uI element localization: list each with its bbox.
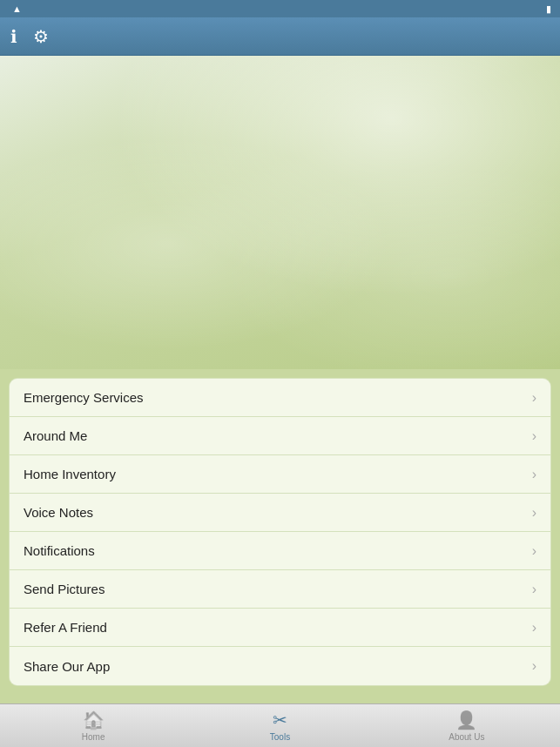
- menu-item-notifications[interactable]: Notifications›: [10, 532, 550, 570]
- menu-item-home-inventory[interactable]: Home Inventory›: [10, 455, 550, 494]
- menu-chevron-notifications: ›: [532, 543, 536, 559]
- tab-label-tools: Tools: [270, 732, 290, 742]
- menu-item-label-refer-a-friend: Refer A Friend: [24, 620, 107, 635]
- menu-item-label-home-inventory: Home Inventory: [24, 467, 116, 481]
- status-bar: ▲ ▮: [0, 0, 560, 17]
- menu-item-label-emergency-services: Emergency Services: [24, 390, 144, 405]
- tab-icon-home: 🏠: [83, 710, 105, 730]
- menu-item-label-notifications: Notifications: [24, 543, 95, 558]
- menu-item-emergency-services[interactable]: Emergency Services›: [10, 379, 550, 417]
- menu-chevron-send-pictures: ›: [532, 582, 536, 597]
- tab-bar: 🏠Home✂Tools👤About Us: [0, 703, 560, 747]
- menu-chevron-voice-notes: ›: [532, 505, 536, 521]
- tab-home[interactable]: 🏠Home: [0, 710, 186, 742]
- menu-list: Emergency Services›Around Me›Home Invent…: [9, 378, 551, 686]
- tab-icon-tools: ✂: [273, 710, 287, 730]
- menu-chevron-refer-a-friend: ›: [532, 620, 536, 636]
- status-right: ▮: [543, 3, 551, 15]
- nav-bar: ℹ ⚙: [0, 17, 560, 56]
- menu-item-label-share-our-app: Share Our App: [24, 659, 110, 674]
- gear-icon[interactable]: ⚙: [33, 26, 49, 47]
- menu-item-label-voice-notes: Voice Notes: [24, 505, 93, 520]
- menu-chevron-emergency-services: ›: [532, 390, 536, 406]
- menu-chevron-home-inventory: ›: [532, 467, 536, 482]
- tab-label-home: Home: [82, 732, 105, 742]
- menu-item-share-our-app[interactable]: Share Our App›: [10, 647, 550, 685]
- menu-chevron-around-me: ›: [532, 428, 536, 444]
- battery-icon: ▮: [546, 3, 551, 15]
- tab-about-us[interactable]: 👤About Us: [374, 710, 560, 742]
- menu-item-label-send-pictures: Send Pictures: [24, 582, 105, 596]
- tab-icon-about-us: 👤: [455, 710, 477, 730]
- menu-item-refer-a-friend[interactable]: Refer A Friend›: [10, 609, 550, 647]
- info-icon[interactable]: ℹ: [10, 26, 17, 47]
- content-area: Emergency Services›Around Me›Home Invent…: [0, 56, 560, 747]
- menu-container: Emergency Services›Around Me›Home Invent…: [0, 369, 560, 747]
- wifi-icon: ▲: [12, 3, 22, 14]
- menu-item-voice-notes[interactable]: Voice Notes›: [10, 494, 550, 532]
- tab-tools[interactable]: ✂Tools: [186, 710, 373, 742]
- menu-item-send-pictures[interactable]: Send Pictures›: [10, 570, 550, 609]
- menu-chevron-share-our-app: ›: [532, 658, 536, 674]
- app-wrapper: ▲ ▮ ℹ ⚙ Emergency Services›Around Me›Ho: [0, 0, 560, 747]
- status-left: ▲: [9, 3, 22, 14]
- tab-label-about-us: About Us: [449, 732, 484, 742]
- menu-item-around-me[interactable]: Around Me›: [10, 417, 550, 455]
- menu-item-label-around-me: Around Me: [24, 428, 87, 443]
- nav-left-icons: ℹ ⚙: [10, 26, 49, 47]
- hero-section: [0, 56, 560, 369]
